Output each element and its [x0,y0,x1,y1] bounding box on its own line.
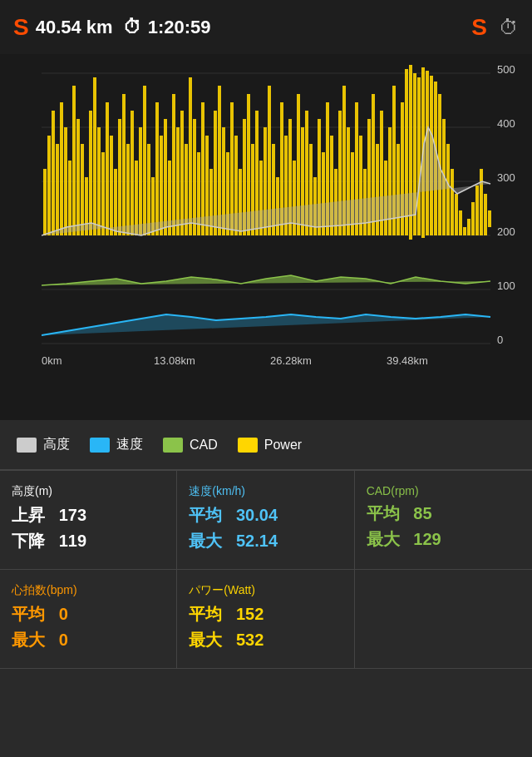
legend-altitude-box [17,438,37,453]
svg-rect-40 [118,119,121,235]
altitude-rise-value: 173 [59,506,86,524]
altitude-label: 高度(m) [12,484,165,499]
speed-label: 速度(km/h) [189,484,342,499]
svg-text:100: 100 [497,280,515,292]
svg-rect-47 [147,144,150,235]
cad-max: 最大 129 [367,528,520,551]
svg-rect-127 [480,169,483,235]
power-label: パワー(Watt) [189,583,342,598]
svg-rect-60 [201,102,204,235]
svg-rect-51 [164,119,167,235]
chart-svg: 60 40 20 0 -20 -40 500 400 300 200 100 0… [42,61,532,385]
altitude-rise-prefix: 上昇 [12,506,45,524]
speed-avg-value: 30.04 [236,506,278,524]
legend-speed-box [90,438,110,453]
duration-value: 1:20:59 [148,17,211,38]
svg-rect-54 [176,127,180,235]
svg-rect-49 [155,102,159,235]
svg-rect-34 [93,77,96,235]
svg-text:400: 400 [497,117,515,130]
cad-label: CAD(rpm) [367,484,520,497]
svg-rect-22 [43,169,47,235]
svg-rect-129 [488,210,491,227]
svg-rect-50 [160,136,163,235]
svg-rect-37 [106,102,109,235]
heartrate-cell: 心拍数(bpm) 平均 0 最大 0 [0,570,177,669]
svg-text:39.48km: 39.48km [387,354,428,367]
svg-text:300: 300 [497,171,515,184]
svg-rect-123 [463,227,466,235]
legend: 高度 速度 CAD Power [0,420,532,470]
svg-rect-23 [47,136,51,235]
altitude-descend-prefix: 下降 [12,532,45,550]
svg-rect-55 [180,111,184,235]
chart-area: 60 40 20 0 -20 -40 500 400 300 200 100 0… [0,54,532,420]
svg-rect-64 [218,86,221,235]
legend-power-box [238,438,258,453]
svg-rect-35 [97,127,101,235]
duration-display: ⏱ 1:20:59 [123,17,211,38]
stats-row2: 心拍数(bpm) 平均 0 最大 0 パワー(Watt) 平均 152 最大 5… [0,570,532,669]
svg-rect-24 [52,111,55,235]
cad-max-prefix: 最大 [367,530,400,548]
svg-rect-128 [484,194,487,235]
cad-max-value: 129 [413,530,441,548]
legend-cad: CAD [163,438,218,453]
legend-power-label: Power [264,438,302,453]
speed-max: 最大 52.14 [189,530,342,552]
legend-cad-box [163,438,183,453]
svg-rect-120 [451,169,454,235]
svg-rect-30 [76,119,80,235]
svg-rect-126 [475,186,479,235]
svg-rect-38 [110,136,113,235]
svg-rect-28 [68,161,71,235]
svg-rect-119 [446,144,450,235]
cad-avg: 平均 85 [367,502,520,525]
svg-rect-43 [131,111,134,235]
svg-rect-45 [139,127,142,235]
altitude-rise: 上昇 173 [12,504,165,527]
power-avg-value: 152 [236,605,264,623]
heartrate-avg: 平均 0 [12,603,165,626]
header-right-icons: S ⏱ [471,14,519,41]
clock-icon: ⏱ [123,17,141,38]
cad-avg-prefix: 平均 [367,504,400,522]
svg-rect-33 [89,111,92,235]
heartrate-max-prefix: 最大 [12,631,45,649]
svg-rect-78 [276,177,279,235]
legend-cad-label: CAD [190,438,218,453]
heartrate-label: 心拍数(bpm) [12,583,165,598]
svg-rect-107 [397,144,400,235]
legend-speed-label: 速度 [116,436,143,453]
svg-rect-31 [81,144,84,235]
empty-cell [355,570,532,669]
power-max: 最大 532 [189,629,342,651]
legend-power: Power [238,438,302,453]
svg-text:0km: 0km [42,354,62,367]
cad-cell: CAD(rpm) 平均 85 最大 129 [355,471,532,570]
svg-text:0: 0 [497,334,503,346]
svg-rect-53 [172,94,175,235]
heartrate-max: 最大 0 [12,629,165,651]
heartrate-avg-prefix: 平均 [12,605,45,623]
power-max-prefix: 最大 [189,631,222,649]
legend-altitude-label: 高度 [43,436,70,453]
strava-icon-right: S [471,14,487,41]
svg-text:26.28km: 26.28km [270,354,312,367]
svg-rect-26 [60,102,63,235]
strava-logo: S [13,14,29,41]
svg-rect-112 [417,77,421,235]
speed-avg-prefix: 平均 [189,506,222,524]
distance-value: 40.54 km [36,17,113,38]
svg-rect-122 [459,210,462,235]
speed-avg: 平均 30.04 [189,504,342,527]
power-max-value: 532 [236,631,264,649]
svg-rect-125 [471,202,475,235]
speed-max-value: 52.14 [236,532,278,550]
clock-icon-right: ⏱ [499,16,519,39]
altitude-cell: 高度(m) 上昇 173 下降 119 [0,471,177,570]
legend-altitude: 高度 [17,436,70,453]
speed-max-prefix: 最大 [189,532,222,550]
cad-avg-value: 85 [413,504,431,522]
svg-rect-25 [56,144,59,235]
